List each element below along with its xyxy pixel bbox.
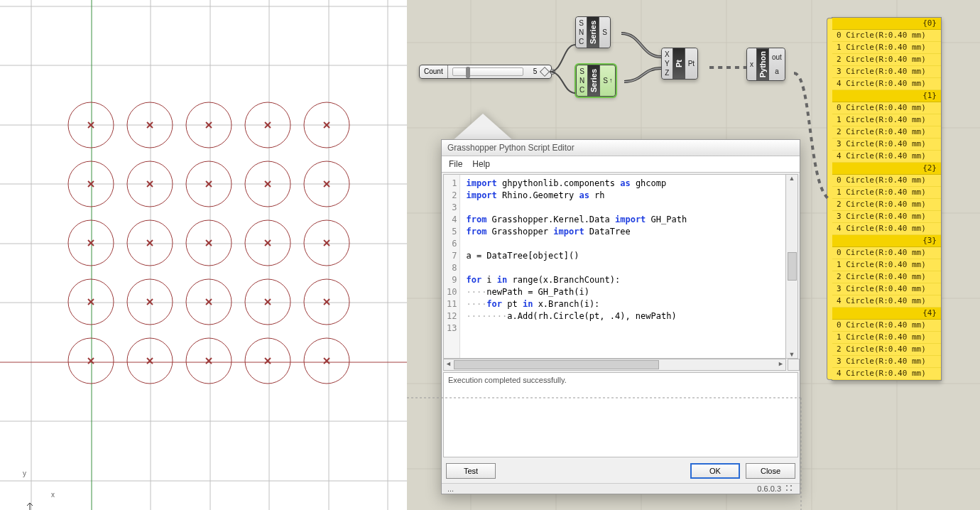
series2-input-s[interactable]: S <box>579 67 584 76</box>
series-component-1[interactable]: S N C Series S <box>575 16 611 48</box>
panel-row: 0 Circle(R:0.40 mm) <box>832 320 941 332</box>
y-axis-label: y <box>23 470 26 477</box>
help-menu[interactable]: Help <box>472 159 490 169</box>
pt-input-z[interactable]: Z <box>665 68 670 77</box>
resize-grip-icon[interactable] <box>785 484 794 493</box>
panel-row: 3 Circle(R:0.40 mm) <box>832 356 941 368</box>
panel-row: 0 Circle(R:0.40 mm) <box>832 102 941 114</box>
scrollbar-corner <box>788 359 800 371</box>
panel-row: 3 Circle(R:0.40 mm) <box>832 211 941 223</box>
panel-row: 1 Circle(R:0.40 mm) <box>832 187 941 199</box>
series2-input-n[interactable]: N <box>579 76 584 85</box>
pt-output[interactable]: Pt <box>688 59 695 68</box>
series1-input-s[interactable]: S <box>579 18 584 28</box>
panel-branch-head: {2} <box>832 163 941 175</box>
series1-input-c[interactable]: C <box>579 37 584 46</box>
editor-menubar: File Help <box>442 156 800 173</box>
python-script-editor[interactable]: Grasshopper Python Script Editor File He… <box>441 139 800 494</box>
series1-output-s[interactable]: S <box>602 28 607 37</box>
panel-row: 2 Circle(R:0.40 mm) <box>832 271 941 283</box>
panel-row: 4 Circle(R:0.40 mm) <box>832 151 941 163</box>
panel-row: 2 Circle(R:0.40 mm) <box>832 199 941 211</box>
panel-row: 0 Circle(R:0.40 mm) <box>832 30 941 42</box>
circle-grid <box>0 0 407 510</box>
pt-input-x[interactable]: X <box>665 50 670 59</box>
panel-row: 4 Circle(R:0.40 mm) <box>832 223 941 235</box>
series-component-2[interactable]: S N C Series S ↑ <box>576 65 616 97</box>
panel-row: 4 Circle(R:0.40 mm) <box>832 368 941 380</box>
editor-pointer-icon <box>451 114 515 142</box>
python-input-x[interactable]: x <box>750 60 753 69</box>
file-menu[interactable]: File <box>449 159 462 169</box>
slider-output-grip[interactable] <box>550 69 555 75</box>
graft-icon: ↑ <box>609 76 613 85</box>
series1-label: Series <box>587 17 599 48</box>
panel-row: 1 Circle(R:0.40 mm) <box>832 332 941 344</box>
line-number-gutter: 12345678910111213 <box>444 175 460 358</box>
python-label: Python <box>757 48 768 80</box>
pt-label: Pt <box>673 48 685 79</box>
point-component[interactable]: X Y Z Pt Pt <box>661 48 698 80</box>
panel-row: 3 Circle(R:0.40 mm) <box>832 283 941 295</box>
data-panel[interactable]: {0}0 Circle(R:0.40 mm)1 Circle(R:0.40 mm… <box>832 17 942 381</box>
series1-input-n[interactable]: N <box>579 28 584 37</box>
close-button[interactable]: Close <box>746 463 795 479</box>
x-axis-label: x <box>51 491 55 499</box>
panel-row: 2 Circle(R:0.40 mm) <box>832 344 941 356</box>
series2-output-s[interactable]: S ↑ <box>603 76 612 85</box>
panel-row: 3 Circle(R:0.40 mm) <box>832 139 941 151</box>
editor-title: Grasshopper Python Script Editor <box>442 140 800 156</box>
grasshopper-canvas[interactable]: Count 5 S N C Series S S N C Series S ↑ <box>407 0 980 510</box>
vertical-scrollbar[interactable]: ▲▼ <box>785 175 797 358</box>
editor-statusbar: ... 0.6.0.3 <box>442 483 800 494</box>
series2-input-c[interactable]: C <box>579 85 584 94</box>
slider-track[interactable] <box>452 67 523 76</box>
python-component[interactable]: x Python out a <box>746 48 785 81</box>
panel-row: 1 Circle(R:0.40 mm) <box>832 114 941 126</box>
pt-input-y[interactable]: Y <box>665 59 670 68</box>
test-button[interactable]: Test <box>446 463 496 479</box>
code-area[interactable]: 12345678910111213 import ghpythonlib.com… <box>443 174 798 359</box>
panel-input-grip[interactable] <box>827 18 832 380</box>
panel-row: 1 Circle(R:0.40 mm) <box>832 42 941 54</box>
panel-row: 0 Circle(R:0.40 mm) <box>832 247 941 259</box>
panel-row: 3 Circle(R:0.40 mm) <box>832 66 941 78</box>
series2-label: Series <box>588 65 599 96</box>
panel-branch-head: {4} <box>832 308 941 320</box>
output-pane: Execution completed successfully. <box>443 372 798 457</box>
rhino-viewport[interactable]: x y <box>0 0 407 510</box>
code-text[interactable]: import ghpythonlib.components as ghcomp … <box>460 175 797 358</box>
panel-branch-head: {0} <box>832 18 941 30</box>
panel-row: 4 Circle(R:0.40 mm) <box>832 295 941 308</box>
panel-branch-head: {1} <box>832 90 941 102</box>
panel-row: 0 Circle(R:0.40 mm) <box>832 175 941 187</box>
panel-row: 2 Circle(R:0.40 mm) <box>832 126 941 139</box>
panel-row: 2 Circle(R:0.40 mm) <box>832 54 941 66</box>
panel-row: 4 Circle(R:0.40 mm) <box>832 78 941 90</box>
panel-branch-head: {3} <box>832 235 941 247</box>
ok-button[interactable]: OK <box>690 463 740 479</box>
number-slider[interactable]: Count 5 <box>419 65 552 79</box>
python-output-a[interactable]: a <box>772 67 782 76</box>
python-output-out[interactable]: out <box>772 53 782 62</box>
horizontal-scrollbar[interactable] <box>443 359 786 371</box>
panel-row: 1 Circle(R:0.40 mm) <box>832 259 941 271</box>
slider-label: Count <box>420 65 448 78</box>
